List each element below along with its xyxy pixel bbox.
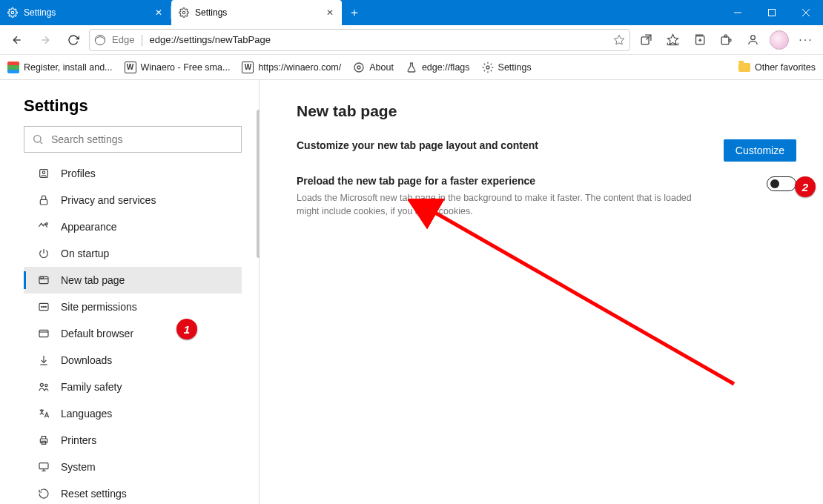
address-bar-row: Edge | edge://settings/newTabPage ··· <box>0 25 823 55</box>
close-window-button[interactable] <box>789 0 823 25</box>
collections-icon[interactable] <box>687 29 712 51</box>
svg-point-22 <box>486 66 489 69</box>
bookmark-item[interactable]: Settings <box>482 62 532 73</box>
svg-point-39 <box>45 384 47 386</box>
tab-icon <box>37 274 50 286</box>
profile-avatar[interactable] <box>767 29 792 51</box>
annotation-arrow <box>408 199 741 391</box>
browser-tab-settings-inactive[interactable]: Settings ✕ <box>0 0 171 25</box>
page-heading: New tab page <box>297 102 796 120</box>
sidebar-item-family-safety[interactable]: Family safety <box>24 374 242 400</box>
gear-icon <box>179 7 189 18</box>
sidebar-item-printers[interactable]: Printers <box>24 427 242 454</box>
bookmark-item[interactable]: About <box>353 62 394 73</box>
customize-button[interactable]: Customize <box>724 139 796 162</box>
browser-icon <box>37 328 50 339</box>
extensions-icon[interactable] <box>713 29 738 51</box>
sidebar-item-on-startup[interactable]: On startup <box>24 240 242 267</box>
svg-point-34 <box>43 306 44 307</box>
svg-point-26 <box>42 171 44 173</box>
favorites-icon[interactable] <box>660 29 685 51</box>
svg-rect-16 <box>721 37 729 44</box>
share-icon[interactable] <box>633 29 658 51</box>
search-icon <box>32 133 44 145</box>
window-controls <box>721 0 823 25</box>
sidebar-item-reset-settings[interactable]: Reset settings <box>24 480 242 504</box>
settings-sidebar: Settings ProfilesPrivacy and servicesApp… <box>0 80 260 504</box>
back-button[interactable] <box>4 29 30 51</box>
svg-line-24 <box>40 142 42 144</box>
language-icon <box>37 408 50 420</box>
bookmark-item[interactable]: Register, install and... <box>7 62 113 73</box>
url-app-label: Edge <box>112 34 134 45</box>
sidebar-item-label: On startup <box>61 248 109 259</box>
bookmark-label: About <box>369 62 394 73</box>
settings-main-pane: New tab page Customize your new tab page… <box>260 80 823 504</box>
edge-icon <box>94 34 106 46</box>
person-icon[interactable] <box>740 29 765 51</box>
address-bar[interactable]: Edge | edge://settings/newTabPage <box>89 29 630 51</box>
svg-line-48 <box>430 210 734 384</box>
url-text: edge://settings/newTabPage <box>150 34 271 45</box>
sidebar-item-appearance[interactable]: Appearance <box>24 213 242 240</box>
sidebar-item-label: Downloads <box>61 354 112 366</box>
star-icon[interactable] <box>613 34 625 46</box>
sidebar-item-label: Languages <box>61 408 112 420</box>
sidebar-item-downloads[interactable]: Downloads <box>24 347 242 374</box>
maximize-button[interactable] <box>755 0 789 25</box>
sidebar-item-site-permissions[interactable]: Site permissions <box>24 294 242 320</box>
appearance-icon <box>37 221 50 233</box>
gear-icon <box>482 62 494 73</box>
svg-point-28 <box>46 223 48 225</box>
close-tab-icon[interactable]: ✕ <box>154 8 163 17</box>
bookmark-item[interactable]: Whttps://winaero.com/ <box>242 62 341 73</box>
bookmark-item[interactable]: edge://flags <box>406 62 470 73</box>
svg-point-19 <box>750 36 755 40</box>
sidebar-item-label: Default browser <box>61 328 133 339</box>
bookmark-item[interactable]: WWinaero - Free sma... <box>125 62 231 73</box>
svg-rect-18 <box>729 39 731 42</box>
svg-rect-36 <box>39 330 48 336</box>
system-icon <box>37 461 50 473</box>
sidebar-item-languages[interactable]: Languages <box>24 400 242 427</box>
flask-icon <box>406 62 417 73</box>
sidebar-item-privacy-and-services[interactable]: Privacy and services <box>24 187 242 213</box>
gear-icon <box>7 7 18 18</box>
svg-point-1 <box>182 11 185 14</box>
sidebar-title: Settings <box>24 96 242 116</box>
lock-icon <box>37 194 50 206</box>
preload-toggle[interactable] <box>767 176 796 191</box>
gear-icon <box>353 62 365 73</box>
reset-icon <box>37 488 50 500</box>
toggle-knob <box>770 179 779 188</box>
new-tab-button[interactable]: ＋ <box>342 0 367 25</box>
sidebar-item-label: Profiles <box>61 168 96 179</box>
svg-marker-9 <box>667 34 678 44</box>
sidebar-item-label: System <box>61 461 96 473</box>
search-input-field[interactable] <box>51 133 234 145</box>
search-settings-input[interactable] <box>24 126 242 153</box>
other-favorites-button[interactable]: Other favorites <box>738 62 816 73</box>
minimize-button[interactable] <box>721 0 755 25</box>
forward-button[interactable] <box>33 29 58 51</box>
sidebar-item-new-tab-page[interactable]: New tab page <box>24 267 242 294</box>
svg-point-21 <box>354 63 363 72</box>
setting-title: Customize your new tab page layout and c… <box>297 139 724 151</box>
sidebar-item-default-browser[interactable]: Default browser <box>24 320 242 347</box>
more-menu-icon[interactable]: ··· <box>793 29 819 51</box>
download-icon <box>37 354 50 366</box>
bookmark-label: Settings <box>498 62 532 73</box>
refresh-button[interactable] <box>61 29 86 51</box>
svg-rect-32 <box>39 303 48 310</box>
sidebar-item-label: New tab page <box>61 274 125 286</box>
close-tab-icon[interactable]: ✕ <box>325 8 334 17</box>
sidebar-item-profiles[interactable]: Profiles <box>24 160 242 187</box>
tab-label: Settings <box>24 7 56 18</box>
setting-title: Preload the new tab page for a faster ex… <box>297 175 767 187</box>
sidebar-item-system[interactable]: System <box>24 454 242 480</box>
tab-label: Settings <box>195 7 227 18</box>
printer-icon <box>37 434 50 446</box>
svg-point-20 <box>357 66 360 69</box>
bookmark-label: Winaero - Free sma... <box>141 62 231 73</box>
browser-tab-settings-active[interactable]: Settings ✕ <box>171 0 342 25</box>
